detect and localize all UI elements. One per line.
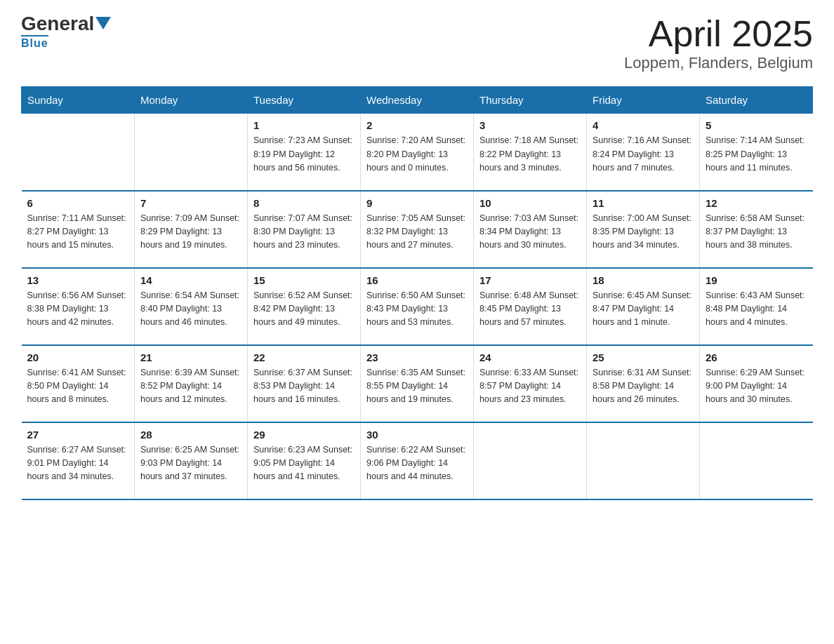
calendar-week-3: 13Sunrise: 6:56 AM Sunset: 8:38 PM Dayli… — [22, 268, 813, 345]
day-number: 6 — [27, 197, 129, 209]
calendar-cell: 16Sunrise: 6:50 AM Sunset: 8:43 PM Dayli… — [361, 268, 474, 345]
calendar-cell: 4Sunrise: 7:16 AM Sunset: 8:24 PM Daylig… — [587, 114, 700, 191]
page-header: General Blue April 2025 Loppem, Flanders… — [21, 14, 813, 72]
calendar-cell: 8Sunrise: 7:07 AM Sunset: 8:30 PM Daylig… — [248, 191, 361, 268]
day-number: 24 — [479, 351, 581, 363]
calendar-week-2: 6Sunrise: 7:11 AM Sunset: 8:27 PM Daylig… — [22, 191, 813, 268]
day-info: Sunrise: 6:39 AM Sunset: 8:52 PM Dayligh… — [140, 366, 241, 407]
day-number: 19 — [706, 274, 807, 286]
day-number: 16 — [366, 274, 468, 286]
calendar-cell: 11Sunrise: 7:00 AM Sunset: 8:35 PM Dayli… — [587, 191, 700, 268]
day-info: Sunrise: 6:22 AM Sunset: 9:06 PM Dayligh… — [366, 443, 468, 484]
calendar-cell: 7Sunrise: 7:09 AM Sunset: 8:29 PM Daylig… — [135, 191, 248, 268]
day-info: Sunrise: 7:05 AM Sunset: 8:32 PM Dayligh… — [366, 212, 468, 253]
day-number: 4 — [593, 119, 694, 131]
calendar-cell — [587, 422, 700, 499]
calendar-cell — [135, 114, 248, 191]
calendar-cell: 28Sunrise: 6:25 AM Sunset: 9:03 PM Dayli… — [135, 422, 248, 499]
calendar-cell: 19Sunrise: 6:43 AM Sunset: 8:48 PM Dayli… — [700, 268, 813, 345]
day-number: 12 — [706, 197, 807, 209]
calendar-cell: 14Sunrise: 6:54 AM Sunset: 8:40 PM Dayli… — [135, 268, 248, 345]
day-info: Sunrise: 6:41 AM Sunset: 8:50 PM Dayligh… — [27, 366, 129, 407]
weekday-header-row: Sunday Monday Tuesday Wednesday Thursday… — [22, 87, 813, 114]
calendar-cell: 5Sunrise: 7:14 AM Sunset: 8:25 PM Daylig… — [700, 114, 813, 191]
day-number: 17 — [479, 274, 581, 286]
calendar-cell: 27Sunrise: 6:27 AM Sunset: 9:01 PM Dayli… — [22, 422, 135, 499]
day-info: Sunrise: 6:27 AM Sunset: 9:01 PM Dayligh… — [27, 443, 129, 484]
calendar-cell: 18Sunrise: 6:45 AM Sunset: 8:47 PM Dayli… — [587, 268, 700, 345]
day-info: Sunrise: 6:25 AM Sunset: 9:03 PM Dayligh… — [140, 443, 241, 484]
header-thursday: Thursday — [474, 87, 587, 114]
calendar-cell: 20Sunrise: 6:41 AM Sunset: 8:50 PM Dayli… — [22, 345, 135, 422]
day-info: Sunrise: 6:56 AM Sunset: 8:38 PM Dayligh… — [27, 289, 129, 330]
calendar-cell: 6Sunrise: 7:11 AM Sunset: 8:27 PM Daylig… — [22, 191, 135, 268]
calendar-cell: 25Sunrise: 6:31 AM Sunset: 8:58 PM Dayli… — [587, 345, 700, 422]
day-info: Sunrise: 6:29 AM Sunset: 9:00 PM Dayligh… — [706, 366, 807, 407]
day-info: Sunrise: 7:23 AM Sunset: 8:19 PM Dayligh… — [253, 134, 355, 175]
calendar-table: Sunday Monday Tuesday Wednesday Thursday… — [21, 86, 813, 500]
title-block: April 2025 Loppem, Flanders, Belgium — [624, 14, 813, 72]
header-monday: Monday — [135, 87, 248, 114]
day-number: 10 — [479, 197, 581, 209]
day-number: 7 — [140, 197, 241, 209]
day-number: 18 — [593, 274, 694, 286]
day-info: Sunrise: 6:58 AM Sunset: 8:37 PM Dayligh… — [706, 212, 807, 253]
calendar-cell: 24Sunrise: 6:33 AM Sunset: 8:57 PM Dayli… — [474, 345, 587, 422]
day-info: Sunrise: 7:18 AM Sunset: 8:22 PM Dayligh… — [479, 134, 581, 175]
day-number: 21 — [140, 351, 241, 363]
day-number: 3 — [479, 119, 581, 131]
day-info: Sunrise: 7:20 AM Sunset: 8:20 PM Dayligh… — [366, 134, 468, 175]
header-wednesday: Wednesday — [361, 87, 474, 114]
day-number: 20 — [27, 351, 129, 363]
header-saturday: Saturday — [700, 87, 813, 114]
day-info: Sunrise: 7:11 AM Sunset: 8:27 PM Dayligh… — [27, 212, 129, 253]
svg-marker-0 — [95, 17, 111, 29]
day-info: Sunrise: 6:33 AM Sunset: 8:57 PM Dayligh… — [479, 366, 581, 407]
day-info: Sunrise: 7:16 AM Sunset: 8:24 PM Dayligh… — [593, 134, 694, 175]
day-number: 27 — [27, 429, 129, 441]
header-friday: Friday — [587, 87, 700, 114]
day-info: Sunrise: 6:23 AM Sunset: 9:05 PM Dayligh… — [253, 443, 355, 484]
calendar-cell: 13Sunrise: 6:56 AM Sunset: 8:38 PM Dayli… — [22, 268, 135, 345]
day-number: 28 — [140, 429, 241, 441]
calendar-cell: 21Sunrise: 6:39 AM Sunset: 8:52 PM Dayli… — [135, 345, 248, 422]
day-info: Sunrise: 6:52 AM Sunset: 8:42 PM Dayligh… — [253, 289, 355, 330]
calendar-cell: 30Sunrise: 6:22 AM Sunset: 9:06 PM Dayli… — [361, 422, 474, 499]
calendar-cell: 26Sunrise: 6:29 AM Sunset: 9:00 PM Dayli… — [700, 345, 813, 422]
calendar-cell: 15Sunrise: 6:52 AM Sunset: 8:42 PM Dayli… — [248, 268, 361, 345]
day-info: Sunrise: 6:54 AM Sunset: 8:40 PM Dayligh… — [140, 289, 241, 330]
day-info: Sunrise: 7:00 AM Sunset: 8:35 PM Dayligh… — [593, 212, 694, 253]
day-info: Sunrise: 7:03 AM Sunset: 8:34 PM Dayligh… — [479, 212, 581, 253]
day-number: 29 — [253, 429, 355, 441]
day-number: 13 — [27, 274, 129, 286]
day-info: Sunrise: 7:09 AM Sunset: 8:29 PM Dayligh… — [140, 212, 241, 253]
calendar-cell: 9Sunrise: 7:05 AM Sunset: 8:32 PM Daylig… — [361, 191, 474, 268]
day-info: Sunrise: 6:35 AM Sunset: 8:55 PM Dayligh… — [366, 366, 468, 407]
logo-blue: Blue — [21, 35, 48, 50]
day-number: 15 — [253, 274, 355, 286]
day-info: Sunrise: 7:14 AM Sunset: 8:25 PM Dayligh… — [706, 134, 807, 175]
day-number: 30 — [366, 429, 468, 441]
day-number: 14 — [140, 274, 241, 286]
day-info: Sunrise: 6:48 AM Sunset: 8:45 PM Dayligh… — [479, 289, 581, 330]
calendar-week-5: 27Sunrise: 6:27 AM Sunset: 9:01 PM Dayli… — [22, 422, 813, 499]
calendar-cell — [22, 114, 135, 191]
day-info: Sunrise: 6:45 AM Sunset: 8:47 PM Dayligh… — [593, 289, 694, 330]
calendar-title: April 2025 — [624, 14, 813, 54]
day-number: 22 — [253, 351, 355, 363]
logo-triangle-icon — [95, 17, 111, 29]
calendar-cell: 12Sunrise: 6:58 AM Sunset: 8:37 PM Dayli… — [700, 191, 813, 268]
calendar-cell: 23Sunrise: 6:35 AM Sunset: 8:55 PM Dayli… — [361, 345, 474, 422]
header-tuesday: Tuesday — [248, 87, 361, 114]
calendar-cell: 1Sunrise: 7:23 AM Sunset: 8:19 PM Daylig… — [248, 114, 361, 191]
calendar-cell: 10Sunrise: 7:03 AM Sunset: 8:34 PM Dayli… — [474, 191, 587, 268]
calendar-cell: 2Sunrise: 7:20 AM Sunset: 8:20 PM Daylig… — [361, 114, 474, 191]
calendar-subtitle: Loppem, Flanders, Belgium — [624, 54, 813, 72]
day-info: Sunrise: 6:31 AM Sunset: 8:58 PM Dayligh… — [593, 366, 694, 407]
day-number: 8 — [253, 197, 355, 209]
day-number: 26 — [706, 351, 807, 363]
day-number: 23 — [366, 351, 468, 363]
logo-general: General — [21, 14, 94, 34]
day-info: Sunrise: 6:50 AM Sunset: 8:43 PM Dayligh… — [366, 289, 468, 330]
header-sunday: Sunday — [22, 87, 135, 114]
